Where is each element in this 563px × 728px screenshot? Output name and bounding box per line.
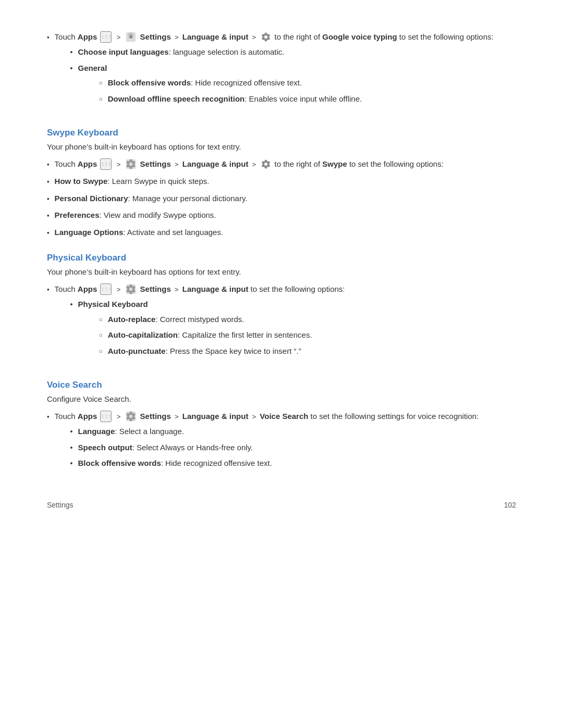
apps-label-4: Apps [78, 412, 97, 421]
google-voice-subbullets: Choose input languages: language selecti… [55, 46, 516, 109]
block-offensive-term: Block offensive words [108, 78, 191, 87]
voice-search-heading: Voice Search [47, 380, 516, 390]
gear-icon-2 [261, 159, 271, 169]
download-offline-content: Download offline speech recognition: Ena… [108, 93, 516, 105]
gear-icon-1 [261, 32, 271, 42]
language-content: Language: Select a language. [78, 426, 516, 438]
google-voice-content: Touch Apps > Settings > [55, 31, 516, 113]
arrow-p2: > [175, 286, 179, 293]
arrow-2: > [175, 33, 179, 41]
arrow-p1: > [117, 286, 121, 293]
voice-search-term: Voice Search [260, 412, 308, 421]
list-item-physical-nav: Touch Apps > Settings > Language & input… [47, 283, 516, 365]
swype-keyboard-section: Swype Keyboard Your phone’s built-in key… [47, 128, 516, 238]
subsub-download-offline: Download offline speech recognition: Ena… [99, 93, 516, 105]
subsub-block-offensive: Block offensive words: Hide recognized o… [99, 77, 516, 89]
suffix-1: to the right of [275, 32, 323, 41]
download-offline-term: Download offline speech recognition [108, 94, 245, 103]
sub-item-physical-kb: Physical Keyboard Auto-replace: Correct … [70, 299, 516, 361]
voice-search-suffix: to set the following settings for voice … [308, 412, 479, 421]
sub-item-block-offensive-2: Block offensive words: Hide recognized o… [70, 458, 516, 470]
general-term: General [78, 64, 107, 72]
preferences-def: : View and modify Swype options. [100, 211, 216, 219]
personal-dict-term: Personal Dictionary [55, 194, 128, 203]
subsub-auto-cap: Auto-capitalization: Capitalize the firs… [99, 329, 516, 341]
arrow-v2: > [175, 413, 179, 421]
lang-options-term: Language Options [55, 228, 124, 237]
how-to-swype-content: How to Swype: Learn Swype in quick steps… [55, 176, 516, 188]
lang-options-def: : Activate and set languages. [123, 228, 223, 237]
voice-search-section: Voice Search Configure Voice Search. Tou… [47, 380, 516, 474]
general-subsubs: Block offensive words: Hide recognized o… [78, 77, 516, 105]
arrow-s2: > [175, 161, 179, 168]
arrow-1: > [117, 33, 121, 41]
swype-suffix1: to the right of [275, 159, 323, 168]
arrow-v3: > [252, 413, 256, 421]
sub-item-general: General Block offensive words: Hide reco… [70, 63, 516, 109]
auto-replace-def: : Correct mistyped words. [155, 315, 244, 324]
physical-kb-term: Physical Keyboard [78, 300, 148, 309]
lang-input-label-3: Language & input [182, 285, 249, 293]
sub-item-speech-output: Speech output: Select Always or Hands-fr… [70, 442, 516, 454]
settings-label-3: Settings [140, 285, 171, 293]
how-to-swype-def: : Learn Swype in quick steps. [107, 177, 209, 186]
list-item-swype-nav: Touch Apps > Settings > Language & input… [47, 158, 516, 170]
block-offensive-2-term: Block offensive words [78, 459, 161, 467]
apps-label-1: Apps [78, 32, 97, 41]
physical-kb-subsubs: Auto-replace: Correct mistyped words. Au… [78, 314, 516, 357]
list-item-google-voice: Touch Apps > Settings > [47, 31, 516, 113]
block-offensive-def: : Hide recognized offensive text. [191, 78, 302, 87]
physical-suffix: to set the following options: [251, 285, 345, 293]
apps-icon-1 [100, 31, 112, 43]
lang-input-label-1: Language & input [182, 32, 249, 41]
swype-intro: Your phone’s built-in keyboard has optio… [47, 142, 516, 151]
settings-icon-1 [125, 31, 137, 43]
list-item-voice-search-nav: Touch Apps > Settings > Language & input… [47, 411, 516, 474]
general-content: General Block offensive words: Hide reco… [78, 63, 516, 109]
settings-icon-4 [125, 411, 137, 422]
auto-cap-content: Auto-capitalization: Capitalize the firs… [108, 329, 516, 341]
how-to-swype-term: How to Swype [55, 177, 108, 186]
personal-dict-content: Personal Dictionary: Manage your persona… [55, 193, 516, 205]
arrow-v1: > [117, 413, 121, 421]
main-bullet-list-1: Touch Apps > Settings > [47, 31, 516, 113]
apps-label-3: Apps [78, 285, 97, 293]
settings-icon-2 [125, 158, 137, 170]
list-item-personal-dict: Personal Dictionary: Manage your persona… [47, 193, 516, 205]
physical-kb-content: Physical Keyboard Auto-replace: Correct … [78, 299, 516, 361]
auto-cap-def: : Capitalize the first letter in sentenc… [178, 330, 312, 339]
suffix2-1: to set the following options: [397, 32, 494, 41]
auto-cap-term: Auto-capitalization [108, 330, 178, 339]
speech-output-def: : Select Always or Hands-free only. [132, 443, 253, 452]
physical-nav-content: Touch Apps > Settings > Language & input… [55, 283, 516, 365]
swype-suffix2: to set the following options: [347, 159, 444, 168]
arrow-s1: > [117, 161, 121, 168]
voice-search-intro: Configure Voice Search. [47, 394, 516, 403]
physical-keyboard-section: Physical Keyboard Your phone’s built-in … [47, 253, 516, 365]
list-item-lang-options: Language Options: Activate and set langu… [47, 227, 516, 239]
subsub-auto-punctuate: Auto-punctuate: Press the Space key twic… [99, 346, 516, 357]
settings-icon-3 [125, 283, 137, 295]
auto-punctuate-content: Auto-punctuate: Press the Space key twic… [108, 346, 516, 357]
swype-term: Swype [322, 159, 347, 168]
speech-output-content: Speech output: Select Always or Hands-fr… [78, 442, 516, 454]
lang-options-content: Language Options: Activate and set langu… [55, 227, 516, 239]
settings-label-1: Settings [140, 32, 171, 41]
page-footer: Settings 102 [47, 501, 516, 509]
apps-icon-2 [100, 158, 112, 170]
voice-search-nav-content: Touch Apps > Settings > Language & input… [55, 411, 516, 474]
speech-output-term: Speech output [78, 443, 132, 452]
settings-label-2: Settings [140, 159, 171, 168]
sub-item-language: Language: Select a language. [70, 426, 516, 438]
personal-dict-def: : Manage your personal dictionary. [128, 194, 248, 203]
lang-input-label-2: Language & input [182, 159, 249, 168]
subsub-auto-replace: Auto-replace: Correct mistyped words. [99, 314, 516, 326]
settings-label-4: Settings [140, 412, 171, 421]
sub-item-choose-input: Choose input languages: language selecti… [70, 46, 516, 58]
google-voice-term: Google voice typing [322, 32, 397, 41]
lang-input-label-4: Language & input [182, 412, 249, 421]
auto-replace-content: Auto-replace: Correct mistyped words. [108, 314, 516, 326]
swype-heading: Swype Keyboard [47, 128, 516, 138]
block-offensive-2-content: Block offensive words: Hide recognized o… [78, 458, 516, 470]
preferences-content: Preferences: View and modify Swype optio… [55, 209, 516, 221]
